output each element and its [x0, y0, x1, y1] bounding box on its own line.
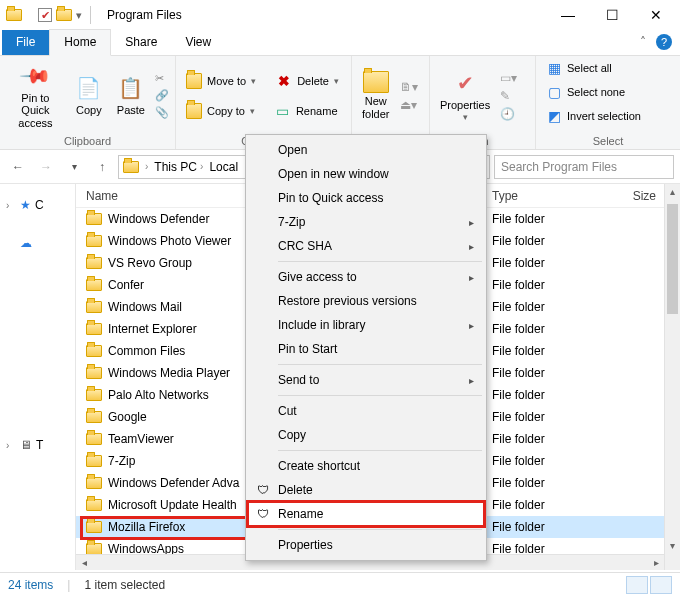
folder-icon [86, 257, 102, 269]
tab-file[interactable]: File [2, 30, 49, 55]
qat-folder-icon[interactable] [56, 9, 72, 21]
copy-to-icon [186, 103, 202, 119]
crumb-this-pc: This PC › [154, 160, 203, 174]
file-name: VS Revo Group [108, 256, 192, 270]
ribbon-caret-icon[interactable]: ˄ [640, 35, 646, 49]
file-type: File folder [492, 322, 592, 336]
file-type: File folder [492, 212, 592, 226]
addr-folder-icon [123, 161, 139, 173]
ctx-restore-versions[interactable]: Restore previous versions [248, 289, 484, 313]
invert-selection-button[interactable]: ◩Invert selection [542, 106, 645, 126]
close-button[interactable]: ✕ [634, 0, 678, 30]
new-folder-icon [363, 71, 389, 93]
search-input[interactable]: Search Program Files [494, 155, 674, 179]
nav-back-button[interactable]: ← [6, 155, 30, 179]
new-item-icon[interactable]: 🗎▾ [400, 80, 418, 94]
edit-icon[interactable]: ✎ [500, 89, 517, 103]
select-all-button[interactable]: ▦Select all [542, 58, 616, 78]
minimize-button[interactable]: — [546, 0, 590, 30]
file-type: File folder [492, 520, 592, 534]
properties-button[interactable]: ✔ Properties▾ [436, 67, 494, 125]
col-header-type[interactable]: Type [492, 189, 592, 203]
folder-icon [86, 213, 102, 225]
nav-up-button[interactable]: ↑ [90, 155, 114, 179]
paste-icon: 📋 [117, 74, 145, 102]
shield-icon: 🛡 [254, 483, 272, 497]
select-all-icon: ▦ [546, 60, 562, 76]
nav-onedrive[interactable]: ☁ [0, 232, 75, 254]
ctx-7zip[interactable]: 7-Zip▸ [248, 210, 484, 234]
file-name: Windows Defender [108, 212, 209, 226]
file-type: File folder [492, 454, 592, 468]
ctx-give-access[interactable]: Give access to▸ [248, 265, 484, 289]
nav-quick-access[interactable]: ›★C [0, 194, 75, 216]
ctx-properties[interactable]: Properties [248, 533, 484, 557]
file-name: Common Files [108, 344, 185, 358]
ctx-crc-sha[interactable]: CRC SHA▸ [248, 234, 484, 258]
file-name: Windows Media Player [108, 366, 230, 380]
file-type: File folder [492, 366, 592, 380]
qat-overflow-icon[interactable]: ▾ [76, 9, 82, 22]
paste-button[interactable]: 📋 Paste [113, 72, 149, 118]
rename-icon: ▭ [275, 103, 291, 119]
view-details-button[interactable] [626, 576, 648, 594]
ctx-delete[interactable]: 🛡Delete [248, 478, 484, 502]
nav-this-pc[interactable]: ›🖥T [0, 434, 75, 456]
ctx-pin-start[interactable]: Pin to Start [248, 337, 484, 361]
file-name: TeamViewer [108, 432, 174, 446]
folder-icon [86, 323, 102, 335]
ctx-create-shortcut[interactable]: Create shortcut [248, 454, 484, 478]
status-selection: 1 item selected [84, 578, 165, 592]
scissors-icon[interactable]: ✂ [155, 72, 169, 85]
file-name: Windows Photo Viewer [108, 234, 231, 248]
file-name: Internet Explorer [108, 322, 197, 336]
ctx-open-new-window[interactable]: Open in new window [248, 162, 484, 186]
nav-recent-button[interactable]: ▾ [62, 155, 86, 179]
move-to-button[interactable]: Move to ▾ [182, 71, 260, 91]
ctx-copy[interactable]: Copy [248, 423, 484, 447]
folder-icon [86, 433, 102, 445]
easy-access-icon[interactable]: ⏏▾ [400, 98, 418, 112]
view-large-button[interactable] [650, 576, 672, 594]
ctx-open[interactable]: Open [248, 138, 484, 162]
ribbon-tabs: File Home Share View ˄ ? [0, 30, 680, 56]
ctx-rename[interactable]: 🛡Rename [248, 502, 484, 526]
select-none-button[interactable]: ▢Select none [542, 82, 629, 102]
tab-share[interactable]: Share [111, 30, 171, 55]
ctx-pin-quick-access[interactable]: Pin to Quick access [248, 186, 484, 210]
nav-forward-button[interactable]: → [34, 155, 58, 179]
folder-icon [86, 389, 102, 401]
tab-view[interactable]: View [171, 30, 225, 55]
file-type: File folder [492, 278, 592, 292]
maximize-button[interactable]: ☐ [590, 0, 634, 30]
copy-path-icon[interactable]: 🔗 [155, 89, 169, 102]
paste-shortcut-icon[interactable]: 📎 [155, 106, 169, 119]
file-name: Confer [108, 278, 144, 292]
help-icon[interactable]: ? [656, 34, 672, 50]
title-bar: ✔ ▾ Program Files — ☐ ✕ [0, 0, 680, 30]
properties-check-icon: ✔ [451, 69, 479, 97]
folder-icon [86, 235, 102, 247]
vertical-scrollbar[interactable]: ▴ ▾ [664, 184, 680, 570]
pin-to-quick-access-button[interactable]: 📌 Pin to Quick access [6, 60, 65, 130]
copy-button[interactable]: 📄 Copy [71, 72, 107, 118]
file-type: File folder [492, 476, 592, 490]
history-icon[interactable]: 🕘 [500, 107, 517, 121]
ctx-include-library[interactable]: Include in library▸ [248, 313, 484, 337]
file-name: Google [108, 410, 147, 424]
shield-icon: 🛡 [254, 507, 272, 521]
delete-button[interactable]: ✖Delete ▾ [272, 71, 343, 91]
ctx-send-to[interactable]: Send to▸ [248, 368, 484, 392]
copy-to-button[interactable]: Copy to ▾ [182, 101, 259, 121]
qat-checkbox-icon[interactable]: ✔ [38, 8, 52, 22]
tab-home[interactable]: Home [49, 29, 111, 56]
move-to-icon [186, 73, 202, 89]
folder-icon [86, 411, 102, 423]
ctx-cut[interactable]: Cut [248, 399, 484, 423]
rename-button[interactable]: ▭Rename [271, 101, 342, 121]
folder-icon [86, 345, 102, 357]
open-icon[interactable]: ▭▾ [500, 71, 517, 85]
context-menu: Open Open in new window Pin to Quick acc… [245, 134, 487, 561]
new-folder-button[interactable]: New folder [358, 69, 394, 121]
nav-pane[interactable]: ›★C ☁ ›🖥T [0, 184, 76, 570]
